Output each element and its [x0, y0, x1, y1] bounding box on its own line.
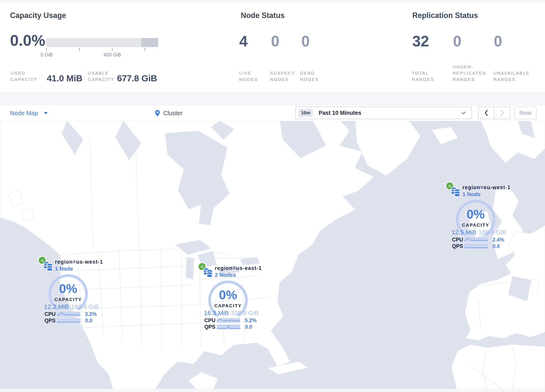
capacity-values: 12.2 MiB 169.4 GiB — [39, 303, 99, 310]
live-nodes-label: LIVE NODES — [239, 70, 258, 83]
chevron-down-icon — [461, 111, 466, 115]
world-map: region=us-west-1 1 Node 0% CAPACITY 12.2… — [0, 121, 545, 389]
breadcrumb-label: Cluster — [163, 110, 182, 117]
capacity-bar — [46, 38, 158, 47]
map-pin-icon — [155, 110, 160, 117]
capacity-axis-tick — [145, 48, 145, 51]
region-label: region=us-east-1 — [215, 265, 262, 271]
total-value: 338.9 GiB — [231, 309, 259, 317]
capacity-axis-tick — [79, 48, 80, 51]
qps-sparkline — [217, 324, 240, 329]
cpu-row: CPU 3.2% — [44, 311, 97, 317]
used-capacity-value: 41.0 MiB — [47, 73, 82, 83]
time-range-selector[interactable]: 10m Past 10 Minutes — [295, 107, 472, 119]
region-nodes-link[interactable]: 1 Node — [462, 191, 481, 198]
gauge-percent: 0% — [455, 207, 496, 221]
used-value: 16.3 MiB — [204, 309, 229, 317]
breadcrumb[interactable]: Cluster — [155, 105, 182, 121]
capacity-axis-label-400: 400 GiB — [95, 52, 129, 58]
under-replicated-count: 0 — [453, 34, 461, 49]
time-step-back-button[interactable] — [478, 107, 494, 119]
gauge-percent: 0% — [47, 281, 89, 296]
chevron-right-icon — [500, 110, 504, 116]
cpu-row: CPU 2.4% — [452, 237, 504, 243]
total-value: 169.4 GiB — [478, 229, 506, 236]
view-mode-label: Node Map — [10, 110, 38, 117]
capacity-percent: 0.0% — [10, 33, 45, 48]
unavailable-ranges-label: UNAVAILABLE RANGES — [493, 70, 530, 83]
dead-nodes-label: DEAD NODES — [300, 70, 319, 83]
time-step-buttons — [478, 107, 510, 119]
time-step-forward-button[interactable] — [494, 107, 510, 119]
node-map-page: Capacity Usage 0.0% 0 GiB 400 GiB USED C… — [0, 0, 545, 392]
region-label: region=eu-west-1 — [462, 184, 511, 190]
suspect-nodes-count: 0 — [271, 34, 279, 49]
qps-sparkline — [57, 318, 81, 323]
database-stack-icon — [203, 267, 213, 278]
qps-sparkline — [464, 244, 488, 249]
now-button[interactable]: Now — [514, 107, 537, 119]
cluster-summary-bar: Capacity Usage 0.0% 0 GiB 400 GiB USED C… — [0, 2, 545, 92]
capacity-values: 12.5 MiB 169.4 GiB — [446, 229, 507, 236]
region-nodes-link[interactable]: 2 Nodes — [215, 272, 236, 278]
gauge-percent: 0% — [207, 288, 249, 302]
region-marker-eu-west-1[interactable]: region=eu-west-1 1 Node 0% CAPACITY 12.5… — [446, 182, 507, 251]
capacity-values: 16.3 MiB 338.9 GiB — [198, 309, 259, 317]
region-marker-us-east-1[interactable]: region=us-east-1 2 Nodes 0% CAPACITY 16.… — [198, 263, 259, 332]
dead-nodes-count: 0 — [301, 34, 310, 49]
gauge-caption: CAPACITY — [455, 223, 496, 228]
cpu-sparkline — [57, 312, 80, 317]
gauge-caption: CAPACITY — [207, 303, 249, 309]
bottom-strip — [0, 389, 545, 392]
used-value: 12.2 MiB — [44, 303, 69, 310]
live-nodes-count: 4 — [239, 34, 248, 49]
caret-down-icon — [43, 112, 48, 115]
qps-row: QPS 0.0 — [204, 324, 257, 330]
capacity-axis-label-0: 0 GiB — [30, 52, 63, 58]
unavailable-count: 0 — [494, 34, 502, 49]
region-marker-us-west-1[interactable]: region=us-west-1 1 Node 0% CAPACITY 12.2… — [39, 257, 99, 326]
capacity-bar-dark-segment — [141, 38, 158, 47]
used-capacity-label: USED CAPACITY — [11, 70, 37, 83]
under-replicated-label: UNDER- REPLICATED RANGES — [453, 70, 486, 83]
replication-status-title: Replication Status — [412, 11, 478, 20]
suspect-nodes-label: SUSPECT NODES — [270, 70, 295, 83]
region-label: region=us-west-1 — [55, 259, 103, 265]
capacity-axis-tick — [46, 48, 47, 51]
chevron-left-icon — [484, 110, 488, 116]
database-stack-icon — [450, 187, 461, 197]
capacity-usage-title: Capacity Usage — [10, 11, 66, 20]
total-ranges-count: 32 — [412, 34, 429, 49]
database-stack-icon — [43, 261, 53, 272]
map-toolbar: Node Map Cluster 10m Past 10 Minutes — [0, 105, 545, 121]
usable-capacity-label: USABLE CAPACITY — [88, 70, 114, 83]
top-strip — [0, 0, 545, 2]
cpu-sparkline — [464, 237, 488, 242]
qps-row: QPS 0.0 — [452, 243, 504, 249]
total-ranges-label: TOTAL RANGES — [412, 70, 434, 83]
time-range-badge: 10m — [299, 109, 313, 117]
capacity-axis-tick — [112, 48, 112, 51]
gauge-caption: CAPACITY — [47, 297, 89, 302]
world-map-svg — [0, 121, 545, 389]
total-value: 169.4 GiB — [71, 303, 99, 310]
region-nodes-link[interactable]: 1 Node — [55, 266, 73, 272]
usable-capacity-value: 677.8 GiB — [117, 73, 157, 83]
cpu-row: CPU 5.2% — [204, 317, 257, 324]
node-status-title: Node Status — [241, 11, 285, 20]
view-mode-dropdown[interactable]: Node Map — [10, 105, 48, 121]
qps-row: QPS 0.0 — [44, 317, 97, 324]
cpu-sparkline — [217, 318, 240, 323]
used-value: 12.5 MiB — [452, 229, 476, 236]
time-range-label: Past 10 Minutes — [319, 110, 361, 116]
